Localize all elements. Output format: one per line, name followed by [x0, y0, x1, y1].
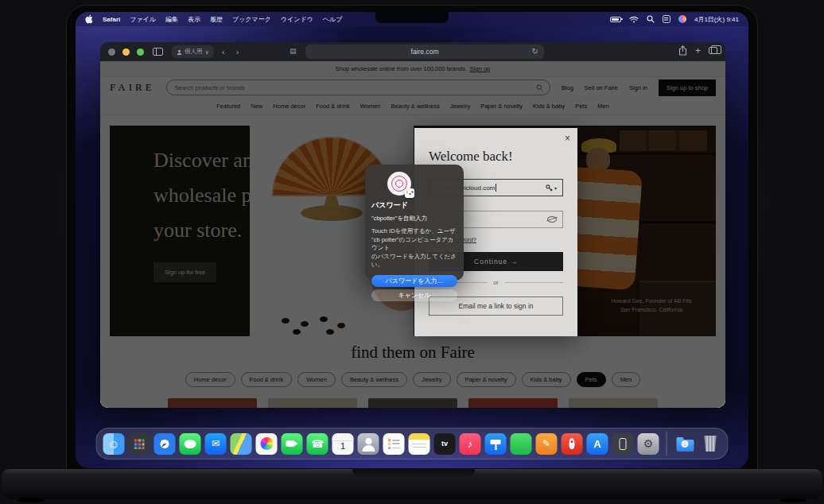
menu-view[interactable]: 表示 [188, 15, 200, 24]
mail-dock-icon[interactable]: ✉ [205, 433, 227, 455]
launchpad-dock-icon[interactable] [129, 433, 150, 455]
new-tab-button[interactable]: + [695, 46, 701, 56]
cancel-button[interactable]: キャンセル [371, 289, 457, 301]
messages-dock-icon[interactable] [180, 433, 201, 455]
facetime-dock-icon[interactable] [282, 433, 303, 455]
profile-icon [177, 49, 182, 55]
wifi-icon[interactable] [629, 16, 639, 23]
keynote-dock-icon[interactable] [485, 433, 507, 455]
dialog-title: パスワード [371, 200, 457, 211]
pages-dock-icon[interactable]: ✎ [536, 433, 558, 455]
modal-title: Welcome back! [429, 149, 577, 165]
menu-edit[interactable]: 編集 [165, 15, 178, 24]
address-bar[interactable]: faire.com ↻ [305, 45, 544, 59]
photos-dock-icon[interactable] [256, 433, 278, 455]
close-window-button[interactable] [108, 48, 115, 56]
maps-dock-icon[interactable] [231, 433, 252, 455]
chevron-down-icon: ▾ [554, 185, 557, 191]
menu-window[interactable]: ウインドウ [281, 15, 313, 24]
macbook-lid: Safari ファイル 編集 表示 履歴 ブックマーク ウインドウ ヘルプ [66, 5, 758, 474]
menu-help[interactable]: ヘルプ [323, 15, 343, 24]
password-autofill-key-icon[interactable]: ▾ [546, 184, 557, 192]
url-text: faire.com [411, 48, 439, 56]
zoom-window-button[interactable] [137, 48, 144, 56]
menu-file[interactable]: ファイル [130, 15, 156, 24]
enter-password-button[interactable]: パスワードを入力… [371, 275, 457, 287]
dock-divider [667, 432, 667, 456]
website-settings-icon[interactable]: ▤ [290, 47, 297, 55]
input-source-icon[interactable] [663, 15, 670, 23]
reminders-dock-icon[interactable] [383, 433, 405, 455]
spotlight-icon[interactable] [647, 15, 655, 23]
contacts-dock-icon[interactable] [358, 433, 379, 455]
notes-dock-icon[interactable] [409, 433, 430, 455]
back-button[interactable]: ‹ [219, 47, 228, 56]
menubar-clock[interactable]: 4月1日(火) 9:41 [694, 15, 739, 24]
iphone-mirroring-dock-icon[interactable] [612, 433, 634, 455]
calendar-dock-icon[interactable]: 1 [332, 433, 354, 455]
screen: Safari ファイル 編集 表示 履歴 ブックマーク ウインドウ ヘルプ [76, 12, 748, 468]
siri-icon[interactable] [678, 15, 686, 23]
reload-icon[interactable]: ↻ [532, 47, 538, 56]
apple-menu-icon[interactable] [85, 14, 93, 24]
sidebar-toggle-icon[interactable] [151, 45, 164, 58]
share-icon[interactable] [678, 45, 687, 56]
menu-app-name[interactable]: Safari [103, 16, 120, 23]
lid-lift-notch [352, 469, 475, 479]
forward-button[interactable]: › [233, 47, 243, 56]
macbook-mockup: Safari ファイル 編集 表示 履歴 ブックマーク ウインドウ ヘルプ [0, 0, 824, 504]
downloads-dock-icon[interactable] [674, 433, 696, 455]
touch-id-fingerprint-icon [387, 172, 411, 196]
tab-group-label: 個人用 [185, 48, 203, 56]
system-settings-dock-icon[interactable]: ⚙ [638, 433, 659, 455]
close-icon[interactable]: × [565, 133, 570, 144]
music-dock-icon[interactable]: ♪ [460, 433, 481, 455]
menu-history[interactable]: 履歴 [210, 15, 223, 24]
touch-id-dialog: パスワード "cbpotter"を自動入力 Touch IDを使用するか、ユーザ… [365, 165, 464, 281]
menu-bookmarks[interactable]: ブックマーク [232, 15, 271, 24]
safari-dock-icon[interactable] [154, 433, 176, 455]
numbers-dock-icon[interactable] [511, 433, 532, 455]
show-password-icon[interactable] [547, 216, 557, 223]
minimize-window-button[interactable] [122, 48, 130, 56]
dock: ☺ ✉ ☎ 1 tv ♪ ✎ A ⚙ [96, 428, 729, 459]
tab-overview-icon[interactable] [709, 47, 717, 54]
dialog-subtitle: "cbpotter"を自動入力 [371, 215, 457, 223]
chevron-down-icon: ∨ [205, 48, 210, 56]
phone-dock-icon[interactable]: ☎ [307, 433, 328, 455]
rocket-app-dock-icon[interactable] [562, 433, 583, 455]
battery-icon[interactable] [610, 17, 621, 22]
passwords-app-badge-icon [405, 188, 414, 198]
app-store-dock-icon[interactable]: A [587, 433, 608, 455]
tab-group-selector[interactable]: 個人用 ∨ [172, 45, 214, 58]
finder-dock-icon[interactable]: ☺ [103, 433, 125, 455]
safari-toolbar: 個人用 ∨ ‹ › ▤ faire.com ↻ + [100, 42, 725, 61]
dialog-body-text: Touch IDを使用するか、ユーザ "cb potter"のコンピュータアカウ… [371, 227, 457, 269]
trash-dock-icon[interactable] [700, 433, 721, 455]
macbook-base [2, 469, 822, 499]
text-caret [496, 184, 496, 192]
camera-notch [375, 12, 449, 23]
apple-tv-dock-icon[interactable]: tv [434, 433, 456, 455]
